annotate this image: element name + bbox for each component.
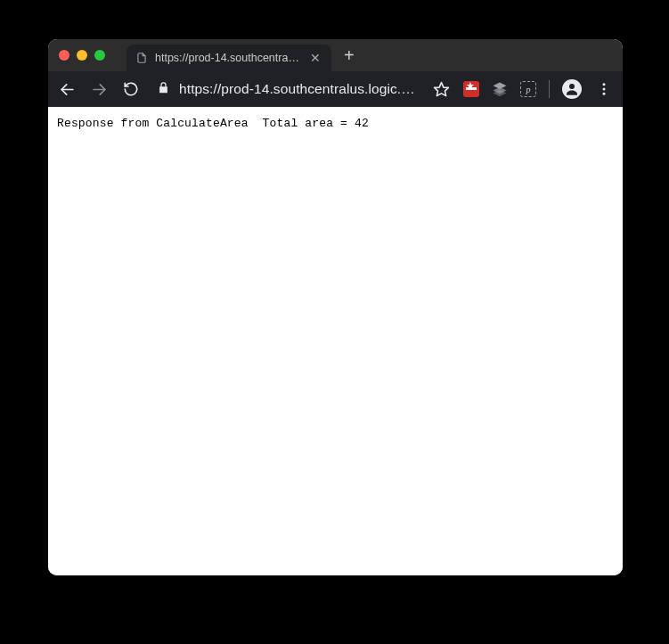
address-bar[interactable]: https://prod-14.southcentralus.logic.az.… [153, 81, 419, 98]
svg-point-9 [603, 93, 606, 95]
url-text: https://prod-14.southcentralus.logic.az.… [179, 81, 419, 97]
kebab-menu-button[interactable] [594, 79, 614, 99]
page-content: Response from CalculateArea Total area =… [48, 107, 623, 575]
titlebar: https://prod-14.southcentralus ✕ + [48, 39, 623, 71]
profile-avatar-button[interactable] [562, 79, 582, 99]
response-body-text: Response from CalculateArea Total area =… [57, 117, 614, 130]
separator [549, 80, 550, 98]
zoom-window-button[interactable] [94, 50, 105, 61]
browser-window: https://prod-14.southcentralus ✕ + https… [48, 39, 623, 575]
forward-button[interactable] [89, 79, 109, 99]
extension-buffer-icon[interactable] [492, 81, 508, 97]
tab-title: https://prod-14.southcentralus [155, 52, 301, 64]
file-icon [135, 52, 148, 64]
bookmark-star-button[interactable] [431, 79, 451, 99]
svg-point-6 [569, 84, 575, 89]
extension-lastpass-icon[interactable] [463, 81, 479, 97]
window-controls [59, 50, 105, 61]
reload-button[interactable] [121, 79, 141, 99]
svg-point-7 [603, 83, 606, 86]
lock-icon [157, 81, 170, 98]
minimize-window-button[interactable] [77, 50, 87, 61]
extension-p-icon[interactable]: p [520, 81, 536, 97]
toolbar-right: p [431, 79, 614, 99]
back-button[interactable] [57, 79, 77, 99]
new-tab-button[interactable]: + [339, 46, 360, 64]
browser-tab[interactable]: https://prod-14.southcentralus ✕ [126, 45, 331, 71]
svg-point-8 [603, 88, 606, 91]
close-window-button[interactable] [59, 50, 69, 61]
toolbar: https://prod-14.southcentralus.logic.az.… [48, 71, 623, 107]
svg-marker-2 [434, 82, 448, 95]
close-tab-button[interactable]: ✕ [308, 51, 322, 65]
